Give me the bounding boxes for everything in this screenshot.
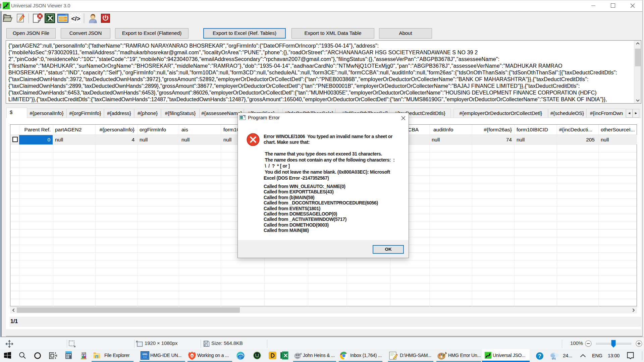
svg-text:IDE: IDE <box>143 356 147 359</box>
svg-text:?: ? <box>538 353 541 359</box>
svg-text:</>: </> <box>71 15 80 22</box>
